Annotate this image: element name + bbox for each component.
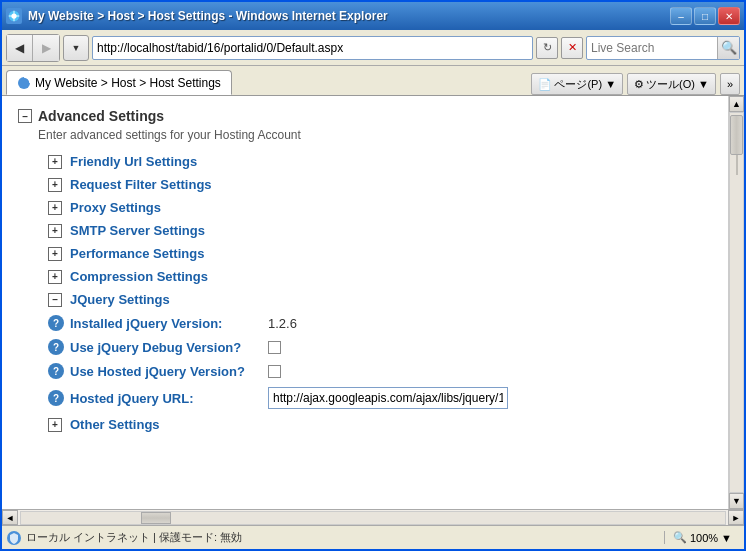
search-button[interactable]: 🔍 [717, 37, 739, 59]
tab-label: My Website > Host > Host Settings [35, 76, 221, 90]
horizontal-scroll-thumb[interactable] [141, 512, 171, 524]
scroll-thumb[interactable] [730, 115, 743, 155]
jquery-version-info-icon[interactable]: ? [48, 315, 64, 331]
search-bar: 🔍 [586, 36, 740, 60]
smtp-settings-item[interactable]: + SMTP Server Settings [48, 223, 712, 238]
request-filter-label: Request Filter Settings [70, 177, 212, 192]
main-content: – Advanced Settings Enter advanced setti… [2, 96, 744, 509]
jquery-debug-row: ? Use jQuery Debug Version? [48, 339, 712, 355]
page-icon: 📄 [538, 78, 552, 91]
browser-icon [6, 8, 22, 24]
url-input[interactable] [92, 36, 533, 60]
proxy-label: Proxy Settings [70, 200, 161, 215]
more-button[interactable]: » [720, 73, 740, 95]
jquery-url-row: ? Hosted jQuery URL: [48, 387, 712, 409]
tab-toolbar-right: 📄 ページ(P) ▼ ⚙ ツール(O) ▼ » [531, 73, 740, 95]
jquery-collapse-icon[interactable]: – [48, 293, 62, 307]
jquery-debug-info-icon[interactable]: ? [48, 339, 64, 355]
proxy-expand-icon[interactable]: + [48, 201, 62, 215]
status-right: 🔍 100% ▼ [664, 531, 740, 544]
jquery-title: JQuery Settings [70, 292, 170, 307]
other-settings-item[interactable]: + Other Settings [48, 417, 712, 432]
jquery-url-input[interactable] [268, 387, 508, 409]
jquery-hosted-row: ? Use Hosted jQuery Version? [48, 363, 712, 379]
maximize-button[interactable]: □ [694, 7, 716, 25]
compression-settings-item[interactable]: + Compression Settings [48, 269, 712, 284]
status-zone: ローカル イントラネット | 保護モード: 無効 [6, 530, 660, 546]
smtp-expand-icon[interactable]: + [48, 224, 62, 238]
jquery-hosted-info-icon[interactable]: ? [48, 363, 64, 379]
jquery-version-label: Installed jQuery Version: [70, 316, 222, 331]
jquery-url-label-container: ? Hosted jQuery URL: [48, 390, 268, 406]
jquery-settings-header[interactable]: – JQuery Settings [48, 292, 712, 307]
jquery-debug-label-container: ? Use jQuery Debug Version? [48, 339, 268, 355]
friendly-url-label: Friendly Url Settings [70, 154, 197, 169]
tab-favicon-icon [17, 76, 31, 90]
other-settings-expand-icon[interactable]: + [48, 418, 62, 432]
scroll-down-button[interactable]: ▼ [729, 493, 744, 509]
forward-button[interactable]: ▶ [33, 35, 59, 61]
performance-label: Performance Settings [70, 246, 204, 261]
content-area: – Advanced Settings Enter advanced setti… [2, 96, 728, 509]
title-bar: My Website > Host > Host Settings - Wind… [2, 2, 744, 30]
jquery-hosted-label-container: ? Use Hosted jQuery Version? [48, 363, 268, 379]
window-controls: – □ ✕ [670, 7, 740, 25]
back-button[interactable]: ◀ [7, 35, 33, 61]
title-bar-left: My Website > Host > Host Settings - Wind… [6, 8, 388, 24]
tab-host-settings[interactable]: My Website > Host > Host Settings [6, 70, 232, 95]
recent-pages-button[interactable]: ▼ [63, 35, 89, 61]
tools-menu-button[interactable]: ⚙ ツール(O) ▼ [627, 73, 716, 95]
close-button[interactable]: ✕ [718, 7, 740, 25]
scroll-right-button[interactable]: ► [728, 510, 744, 525]
scroll-left-button[interactable]: ◄ [2, 510, 18, 525]
jquery-version-row: ? Installed jQuery Version: 1.2.6 [48, 315, 712, 331]
performance-expand-icon[interactable]: + [48, 247, 62, 261]
horizontal-scrollbar: ◄ ► [2, 509, 744, 525]
proxy-settings-item[interactable]: + Proxy Settings [48, 200, 712, 215]
advanced-settings-title: Advanced Settings [38, 108, 164, 124]
nav-back-forward: ◀ ▶ [6, 34, 60, 62]
other-settings-label: Other Settings [70, 417, 160, 432]
tools-icon: ⚙ [634, 78, 644, 91]
minimize-button[interactable]: – [670, 7, 692, 25]
jquery-version-label-container: ? Installed jQuery Version: [48, 315, 268, 331]
jquery-section: ? Installed jQuery Version: 1.2.6 ? Use … [48, 315, 712, 409]
address-bar: ◀ ▶ ▼ ↻ ✕ 🔍 [2, 30, 744, 66]
vertical-scrollbar: ▲ ▼ [728, 96, 744, 509]
advanced-settings-header: – Advanced Settings [18, 108, 712, 124]
request-filter-expand-icon[interactable]: + [48, 178, 62, 192]
jquery-hosted-checkbox[interactable] [268, 365, 281, 378]
jquery-debug-label: Use jQuery Debug Version? [70, 340, 241, 355]
smtp-label: SMTP Server Settings [70, 223, 205, 238]
scroll-track[interactable] [729, 112, 744, 493]
status-text: ローカル イントラネット | 保護モード: 無効 [26, 530, 242, 545]
refresh-button[interactable]: ↻ [536, 37, 558, 59]
search-input[interactable] [587, 39, 717, 57]
jquery-hosted-label: Use Hosted jQuery Version? [70, 364, 245, 379]
request-filter-settings-item[interactable]: + Request Filter Settings [48, 177, 712, 192]
page-menu-button[interactable]: 📄 ページ(P) ▼ [531, 73, 623, 95]
compression-expand-icon[interactable]: + [48, 270, 62, 284]
horizontal-scroll-track[interactable] [20, 511, 726, 525]
advanced-settings-subtitle: Enter advanced settings for your Hosting… [38, 128, 712, 142]
ie-window: My Website > Host > Host Settings - Wind… [0, 0, 746, 551]
scroll-groove [736, 155, 738, 175]
zoom-dropdown-button[interactable]: ▼ [721, 532, 732, 544]
friendly-url-settings-item[interactable]: + Friendly Url Settings [48, 154, 712, 169]
jquery-version-value: 1.2.6 [268, 316, 297, 331]
security-icon [6, 530, 22, 546]
advanced-settings-collapse-icon[interactable]: – [18, 109, 32, 123]
performance-settings-item[interactable]: + Performance Settings [48, 246, 712, 261]
stop-button[interactable]: ✕ [561, 37, 583, 59]
status-bar: ローカル イントラネット | 保護モード: 無効 🔍 100% ▼ [2, 525, 744, 549]
jquery-url-info-icon[interactable]: ? [48, 390, 64, 406]
jquery-url-label: Hosted jQuery URL: [70, 391, 194, 406]
tabs-bar: My Website > Host > Host Settings 📄 ページ(… [2, 66, 744, 96]
zoom-control: 🔍 100% ▼ [664, 531, 740, 544]
compression-label: Compression Settings [70, 269, 208, 284]
zoom-level: 100% [690, 532, 718, 544]
window-title: My Website > Host > Host Settings - Wind… [28, 9, 388, 23]
scroll-up-button[interactable]: ▲ [729, 96, 744, 112]
jquery-debug-checkbox[interactable] [268, 341, 281, 354]
friendly-url-expand-icon[interactable]: + [48, 155, 62, 169]
